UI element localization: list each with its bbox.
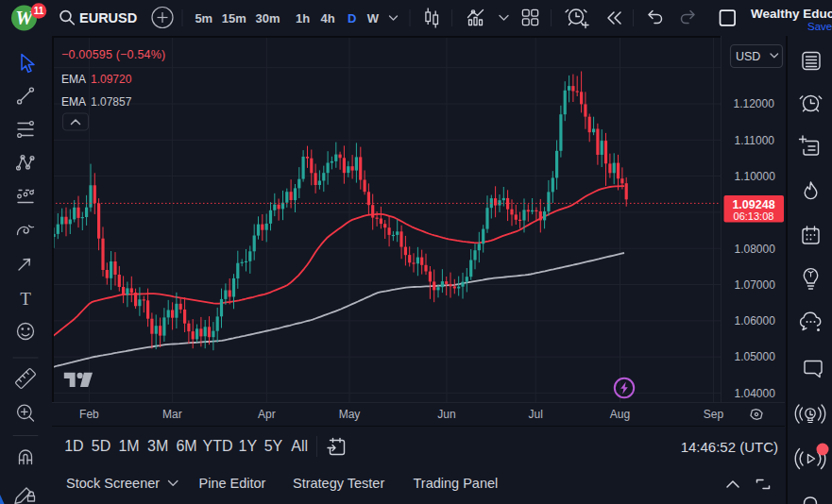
svg-text:Jul: Jul xyxy=(529,408,543,421)
svg-text:Wealthy Educ.: Wealthy Educ. xyxy=(751,7,832,21)
svg-text:Pine Editor: Pine Editor xyxy=(199,476,266,491)
svg-text:1Y: 1Y xyxy=(239,438,258,454)
svg-text:3M: 3M xyxy=(147,438,168,454)
svg-text:W: W xyxy=(367,11,380,25)
svg-text:All: All xyxy=(291,438,308,454)
svg-text:5D: 5D xyxy=(92,438,110,454)
svg-text:T: T xyxy=(20,289,31,309)
svg-text:1h: 1h xyxy=(296,11,310,25)
svg-text:1M: 1M xyxy=(118,438,139,454)
svg-text:5Y: 5Y xyxy=(264,438,283,454)
svg-text:1D: 1D xyxy=(64,438,83,454)
svg-text:1.10000: 1.10000 xyxy=(735,170,776,183)
svg-text:4h: 4h xyxy=(320,11,334,25)
svg-text:1.07000: 1.07000 xyxy=(735,278,776,292)
svg-text:14:46:52 (UTC): 14:46:52 (UTC) xyxy=(681,439,778,455)
svg-text:Sep: Sep xyxy=(704,408,724,421)
svg-text:1.05000: 1.05000 xyxy=(735,350,776,363)
svg-text:1.09248: 1.09248 xyxy=(732,198,774,211)
svg-text:11: 11 xyxy=(34,6,44,16)
svg-text:USD: USD xyxy=(736,50,760,63)
svg-text:1.06000: 1.06000 xyxy=(735,314,776,328)
svg-text:Jun: Jun xyxy=(437,408,455,421)
svg-text:1.11000: 1.11000 xyxy=(735,134,775,147)
svg-text:6M: 6M xyxy=(176,438,196,454)
svg-text:06:13:08: 06:13:08 xyxy=(734,210,774,222)
svg-text:YTD: YTD xyxy=(203,438,233,454)
svg-text:Save: Save xyxy=(807,21,832,32)
svg-text:Strategy Tester: Strategy Tester xyxy=(293,476,384,491)
svg-text:Trading Panel: Trading Panel xyxy=(414,476,499,491)
svg-text:Feb: Feb xyxy=(79,408,99,421)
svg-text:15m: 15m xyxy=(222,11,246,25)
svg-text:Apr: Apr xyxy=(258,408,276,421)
svg-text:1.08000: 1.08000 xyxy=(735,243,776,256)
svg-text:30m: 30m xyxy=(255,11,280,25)
svg-text:D: D xyxy=(348,11,356,25)
svg-text:Mar: Mar xyxy=(162,408,182,421)
svg-text:1.12000: 1.12000 xyxy=(734,97,775,110)
svg-text:Aug: Aug xyxy=(610,408,630,421)
svg-text:Stock Screener: Stock Screener xyxy=(66,476,160,491)
svg-text:EURUSD: EURUSD xyxy=(79,10,137,25)
svg-text:May: May xyxy=(339,408,361,421)
svg-text:5m: 5m xyxy=(195,11,212,25)
svg-text:1.04000: 1.04000 xyxy=(735,387,776,400)
